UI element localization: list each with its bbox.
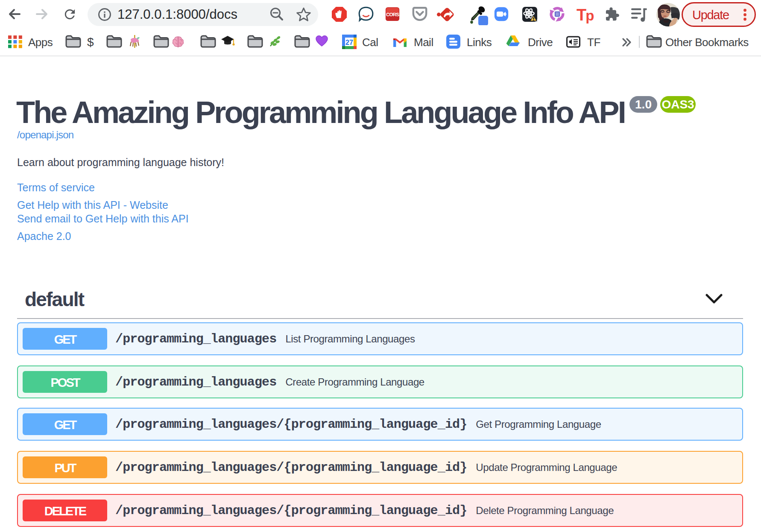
svg-text:27: 27 (345, 39, 353, 46)
